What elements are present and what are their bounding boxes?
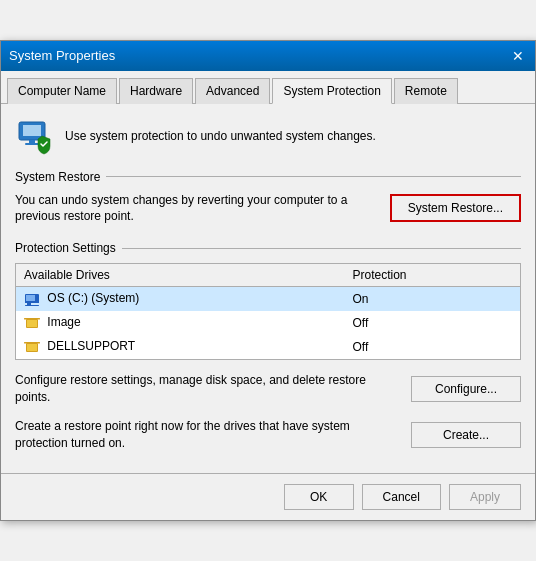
protection-dellsupport: Off <box>344 335 520 360</box>
table-row[interactable]: OS (C:) (System) On <box>16 287 521 312</box>
configure-description: Configure restore settings, manage disk … <box>15 372 399 406</box>
col-protection: Protection <box>344 264 520 287</box>
drive-name-os: OS (C:) (System) <box>16 287 345 312</box>
svg-rect-3 <box>25 143 39 145</box>
protection-settings-label: Protection Settings <box>15 241 521 255</box>
image-drive-icon <box>24 315 40 331</box>
svg-rect-6 <box>25 302 39 303</box>
tab-computer-name[interactable]: Computer Name <box>7 78 117 104</box>
cancel-button[interactable]: Cancel <box>362 484 441 510</box>
protection-image: Off <box>344 311 520 335</box>
bottom-bar: OK Cancel Apply <box>1 473 535 520</box>
system-restore-button[interactable]: System Restore... <box>390 194 521 222</box>
svg-rect-10 <box>27 320 37 327</box>
svg-rect-8 <box>25 305 39 306</box>
svg-rect-5 <box>26 295 35 301</box>
drive-name-image: Image <box>16 311 345 335</box>
system-restore-description: You can undo system changes by reverting… <box>15 192 378 226</box>
system-restore-section-label: System Restore <box>15 170 521 184</box>
shield-icon <box>15 116 55 156</box>
title-bar: System Properties ✕ <box>1 41 535 71</box>
system-restore-row: You can undo system changes by reverting… <box>15 192 521 226</box>
tab-hardware[interactable]: Hardware <box>119 78 193 104</box>
os-drive-icon <box>24 291 40 307</box>
protection-os: On <box>344 287 520 312</box>
table-row[interactable]: DELLSUPPORT Off <box>16 335 521 360</box>
svg-rect-14 <box>24 342 40 344</box>
svg-rect-2 <box>29 140 35 143</box>
configure-row: Configure restore settings, manage disk … <box>15 372 521 406</box>
tab-advanced[interactable]: Advanced <box>195 78 270 104</box>
content-area: Use system protection to undo unwanted s… <box>1 104 535 474</box>
close-button[interactable]: ✕ <box>509 47 527 65</box>
svg-rect-13 <box>27 344 37 351</box>
svg-rect-11 <box>24 318 40 320</box>
system-properties-window: System Properties ✕ Computer Name Hardwa… <box>0 40 536 522</box>
apply-button[interactable]: Apply <box>449 484 521 510</box>
window-title: System Properties <box>9 48 115 63</box>
ok-button[interactable]: OK <box>284 484 354 510</box>
dell-drive-icon <box>24 339 40 355</box>
protection-section: Protection Settings Available Drives Pro… <box>15 241 521 360</box>
svg-rect-7 <box>27 303 31 305</box>
tab-bar: Computer Name Hardware Advanced System P… <box>1 71 535 104</box>
drives-table: Available Drives Protection <box>15 263 521 360</box>
create-row: Create a restore point right now for the… <box>15 418 521 452</box>
create-button[interactable]: Create... <box>411 422 521 448</box>
drive-name-dellsupport: DELLSUPPORT <box>16 335 345 360</box>
create-description: Create a restore point right now for the… <box>15 418 399 452</box>
tab-remote[interactable]: Remote <box>394 78 458 104</box>
svg-rect-1 <box>23 125 41 136</box>
configure-button[interactable]: Configure... <box>411 376 521 402</box>
table-row[interactable]: Image Off <box>16 311 521 335</box>
tab-system-protection[interactable]: System Protection <box>272 78 391 104</box>
col-drives: Available Drives <box>16 264 345 287</box>
intro-text: Use system protection to undo unwanted s… <box>65 129 376 143</box>
intro-row: Use system protection to undo unwanted s… <box>15 116 521 156</box>
